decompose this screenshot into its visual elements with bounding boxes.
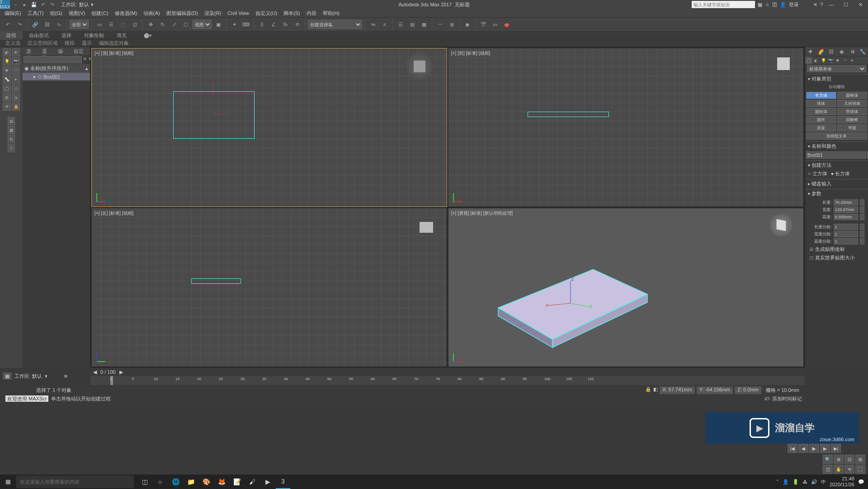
systems-subtab-icon[interactable]: ✦	[849, 56, 856, 64]
start-button[interactable]: ⊞	[0, 475, 16, 489]
modify-tab-icon[interactable]: 🌈	[816, 47, 826, 56]
cameras-subtab-icon[interactable]: 📷	[827, 56, 834, 64]
new-icon[interactable]: ▫	[13, 1, 19, 8]
geosphere-button[interactable]: 几何球体	[837, 100, 868, 107]
app-icon-1[interactable]: 🎨	[199, 475, 213, 489]
redo-button[interactable]: ↷	[14, 19, 24, 29]
selection-filter[interactable]: 全部	[70, 20, 89, 29]
menu-civilview[interactable]: Civil View	[225, 9, 251, 17]
toggle-ribbon-button[interactable]: ▦	[419, 19, 429, 29]
minimize-button[interactable]: —	[826, 0, 837, 9]
cylinder-button[interactable]: 圆柱体	[806, 108, 836, 115]
cone-button[interactable]: 圆锥体	[837, 92, 868, 99]
play-button[interactable]: ▶	[809, 444, 819, 453]
display-tab-icon[interactable]: 🖥	[847, 47, 858, 56]
heightsegs-input[interactable]	[834, 238, 858, 244]
star-icon[interactable]: ☆	[765, 2, 769, 8]
clear-filter-icon[interactable]: ✕	[83, 56, 87, 63]
script-listener[interactable]: 欢迎使用 MAXScr	[5, 395, 48, 402]
rotate-button[interactable]: ↻	[157, 19, 167, 29]
fov-button[interactable]: ◫	[823, 465, 833, 474]
explorer-tab-custom[interactable]: 自定义	[70, 47, 90, 55]
spinner-snap-button[interactable]: ⟲	[292, 19, 302, 29]
geometry-subtab-icon[interactable]: ◯	[805, 56, 812, 64]
keyboard-shortcut-button[interactable]: ⌨	[241, 19, 251, 29]
box-button[interactable]: 长方体	[806, 92, 836, 99]
render-button[interactable]: 🫖	[502, 19, 512, 29]
next-key-icon[interactable]: ▶	[119, 369, 123, 375]
grid-icon[interactable]: ▦	[8, 126, 15, 134]
schematic-button[interactable]: ⊞	[447, 19, 457, 29]
layers-icon[interactable]: ≋	[64, 373, 68, 379]
zoom-button[interactable]: 🔍	[823, 455, 833, 464]
tray-ime-icon[interactable]: 中	[821, 479, 826, 485]
tray-network-icon[interactable]: 🖧	[802, 479, 807, 484]
heightsegs-spinner[interactable]	[860, 238, 864, 244]
cortana-icon[interactable]: ○	[153, 475, 167, 489]
textplus-button[interactable]: 加强型文本	[806, 132, 867, 140]
maximize-viewport-button[interactable]: ⛶	[855, 465, 865, 474]
geometry-icon[interactable]: ◇	[12, 85, 20, 93]
lights-subtab-icon[interactable]: 💡	[820, 56, 827, 64]
explorer-tab-edit[interactable]: 编辑	[54, 47, 70, 55]
select-button[interactable]: ▭	[94, 19, 104, 29]
shapes-subtab-icon[interactable]: ◐	[812, 56, 820, 64]
exchange-icon[interactable]: ✕	[813, 2, 817, 8]
teapot-button[interactable]: 茶壶	[806, 124, 836, 132]
realworld-checkbox[interactable]: ☐ 真实世界贴图大小	[807, 254, 866, 262]
help-icon[interactable]: ?	[820, 2, 823, 7]
scale-button[interactable]: ⤢	[169, 19, 179, 29]
zoom-extents-all-button[interactable]: ⊞	[855, 455, 865, 464]
shape-icon[interactable]: ◯	[3, 85, 11, 93]
ribbon-tab-selection[interactable]: 选择	[55, 31, 78, 40]
length-spinner[interactable]	[860, 199, 864, 206]
timeline[interactable]: 0510152025303540455055606570758085909510…	[90, 376, 805, 385]
frozen-icon[interactable]: 🔒	[12, 103, 20, 111]
time-tag-icon[interactable]: 🏷	[764, 396, 769, 401]
hidden-icon[interactable]: 👁	[3, 103, 11, 111]
subtab-region[interactable]: 定义空间区域	[24, 39, 61, 47]
menu-help[interactable]: 帮助(H)	[320, 9, 342, 18]
redo-icon[interactable]: ↷	[49, 1, 55, 8]
lock-selection-icon[interactable]: 🔒	[645, 386, 651, 394]
menu-animation[interactable]: 动画(A)	[141, 9, 163, 18]
login-link[interactable]: 登录	[789, 1, 799, 8]
cube-radio[interactable]: ○ 立方体	[808, 170, 827, 177]
menu-modifiers[interactable]: 修改器(M)	[112, 9, 140, 18]
save-icon[interactable]: 💾	[31, 1, 37, 8]
close-button[interactable]: ✕	[854, 0, 866, 9]
workspace-dropdown-icon[interactable]: ▾	[45, 373, 47, 379]
viewport-front[interactable]: [+] [前] [标准] [线框]	[448, 48, 804, 207]
subtab-editsel[interactable]: 编辑选定对象	[95, 39, 132, 47]
help-search-input[interactable]	[692, 1, 755, 8]
explorer-tab-display[interactable]: 显示	[38, 47, 54, 55]
width-input[interactable]	[834, 207, 858, 213]
window-crossing-button[interactable]: ⊡	[130, 19, 140, 29]
placement-button[interactable]: ⬡	[181, 19, 191, 29]
subtab-display[interactable]: 显示	[78, 39, 95, 47]
group-icon[interactable]: ⊞	[3, 94, 11, 102]
tray-chevron-icon[interactable]: ˄	[776, 479, 779, 485]
taskbar-search-input[interactable]	[16, 475, 134, 488]
undo-button[interactable]: ↶	[3, 19, 13, 29]
prev-key-icon[interactable]: ◀	[93, 369, 97, 375]
bind-button[interactable]: ∿	[54, 19, 64, 29]
viewcube-left[interactable]	[420, 222, 433, 233]
bone-icon[interactable]: 🦴	[3, 75, 11, 84]
open-icon[interactable]: ▸	[22, 1, 28, 8]
spacewarp-icon[interactable]: 〰	[12, 66, 20, 75]
viewport-persp-label[interactable]: [+] [透视] [标准] [默认明暗处理]	[451, 210, 513, 216]
link-button[interactable]: 🔗	[30, 19, 40, 29]
pan-button[interactable]: ✋	[834, 465, 844, 474]
menu-edit[interactable]: 编辑(E)	[2, 9, 24, 18]
toggle-display-icon[interactable]: ◐	[3, 48, 11, 56]
angle-snap-button[interactable]: ∠	[269, 19, 278, 29]
render-frame-button[interactable]: ▭	[490, 19, 500, 29]
curve-editor-button[interactable]: 〰	[435, 19, 445, 29]
select-name-button[interactable]: ☰	[106, 19, 116, 29]
add-time-tag[interactable]: 添加时间标记	[772, 395, 802, 402]
sphere-button[interactable]: 球体	[806, 100, 836, 107]
menu-views[interactable]: 视图(V)	[66, 9, 88, 18]
height-input[interactable]	[834, 214, 858, 220]
plane-button[interactable]: 平面	[837, 124, 868, 132]
